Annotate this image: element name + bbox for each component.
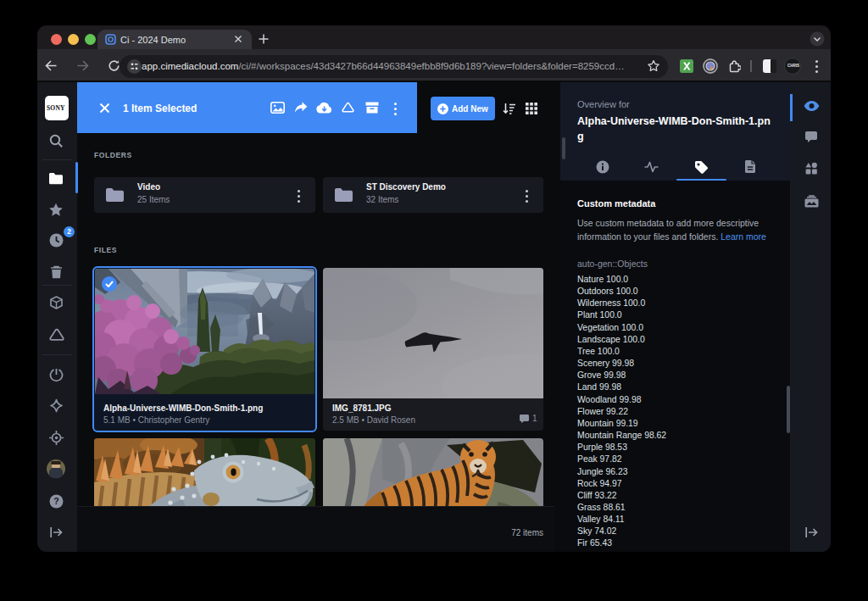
svg-text:?: ? [53, 496, 58, 506]
